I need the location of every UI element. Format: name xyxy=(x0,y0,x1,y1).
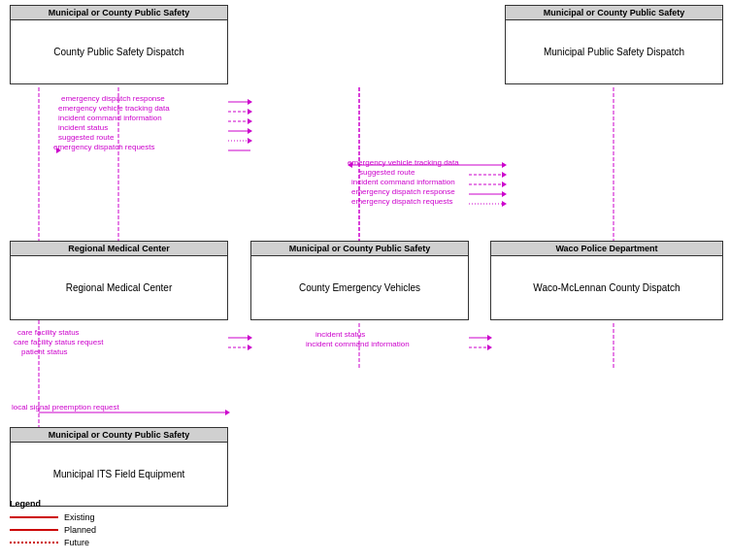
svg-marker-30 xyxy=(248,345,252,350)
svg-marker-20 xyxy=(502,181,507,187)
diagram-container: Municipal or County Public Safety County… xyxy=(0,0,730,560)
flow-label-3: incident command information xyxy=(58,114,162,122)
node-county-dispatch-header: Municipal or County Public Safety xyxy=(11,6,227,20)
node-regional-medical-title: Regional Medical Center xyxy=(11,256,227,319)
legend-existing-line xyxy=(10,516,58,518)
flow-label-7: emergency vehicle tracking data xyxy=(348,158,459,167)
node-county-emergency-title: County Emergency Vehicles xyxy=(251,256,468,319)
node-municipal-dispatch-header: Municipal or County Public Safety xyxy=(506,6,722,20)
svg-marker-22 xyxy=(502,191,507,197)
svg-marker-7 xyxy=(248,118,252,124)
node-waco-dispatch-title: Waco-McLennan County Dispatch xyxy=(491,256,722,319)
flow-label-13: care facility status request xyxy=(14,338,103,346)
flow-label-6: emergency dispatch requests xyxy=(53,143,155,151)
node-regional-medical-header: Regional Medical Center xyxy=(11,242,227,256)
legend-existing-label: Existing xyxy=(64,512,95,522)
legend-future-label: Future xyxy=(64,538,89,547)
flow-label-10: emergency dispatch response xyxy=(351,187,455,196)
flow-label-2: emergency vehicle tracking data xyxy=(58,104,170,113)
legend: Legend Existing Planned Future xyxy=(10,499,96,550)
flow-label-16: incident command information xyxy=(306,340,410,348)
legend-planned: Planned xyxy=(10,525,96,535)
node-municipal-dispatch-title: Municipal Public Safety Dispatch xyxy=(506,20,722,83)
legend-planned-label: Planned xyxy=(64,525,96,535)
legend-future-line xyxy=(10,542,58,544)
flow-label-17: local signal preemption request xyxy=(12,403,119,412)
legend-planned-line xyxy=(10,529,58,531)
node-municipal-dispatch: Municipal or County Public Safety Munici… xyxy=(505,5,723,84)
svg-marker-33 xyxy=(225,410,230,415)
legend-future: Future xyxy=(10,538,96,547)
node-county-emergency-header: Municipal or County Public Safety xyxy=(251,242,468,256)
legend-existing: Existing xyxy=(10,512,96,522)
svg-marker-28 xyxy=(248,335,252,341)
flow-label-14: patient status xyxy=(21,347,68,356)
flow-label-12: care facility status xyxy=(17,328,80,337)
svg-marker-9 xyxy=(248,128,252,134)
flow-label-5: suggested route xyxy=(58,133,114,142)
svg-marker-16 xyxy=(502,162,507,168)
svg-marker-18 xyxy=(502,172,507,178)
node-county-emergency: Municipal or County Public Safety County… xyxy=(250,241,469,320)
node-county-dispatch: Municipal or County Public Safety County… xyxy=(10,5,228,84)
flow-label-1: emergency dispatch response xyxy=(61,94,165,103)
flow-label-4: incident status xyxy=(58,123,108,132)
node-county-dispatch-title: County Public Safety Dispatch xyxy=(11,20,227,83)
svg-marker-3 xyxy=(248,99,252,105)
node-waco-dispatch-header: Waco Police Department xyxy=(491,242,722,256)
node-municipal-its-title: Municipal ITS Field Equipment xyxy=(11,443,227,506)
svg-marker-41 xyxy=(487,345,492,350)
flow-label-9: incident command information xyxy=(351,178,455,186)
node-regional-medical: Regional Medical Center Regional Medical… xyxy=(10,241,228,320)
svg-marker-39 xyxy=(487,335,492,341)
svg-marker-11 xyxy=(248,138,252,144)
flow-label-8: suggested route xyxy=(359,168,415,177)
flow-label-15: incident status xyxy=(315,330,365,339)
node-municipal-its: Municipal or County Public Safety Munici… xyxy=(10,427,228,507)
flow-label-11: emergency dispatch requests xyxy=(351,197,453,206)
legend-title: Legend xyxy=(10,499,96,509)
node-waco-dispatch: Waco Police Department Waco-McLennan Cou… xyxy=(490,241,723,320)
svg-marker-24 xyxy=(502,201,507,207)
node-municipal-its-header: Municipal or County Public Safety xyxy=(11,428,227,443)
svg-marker-5 xyxy=(248,109,252,115)
